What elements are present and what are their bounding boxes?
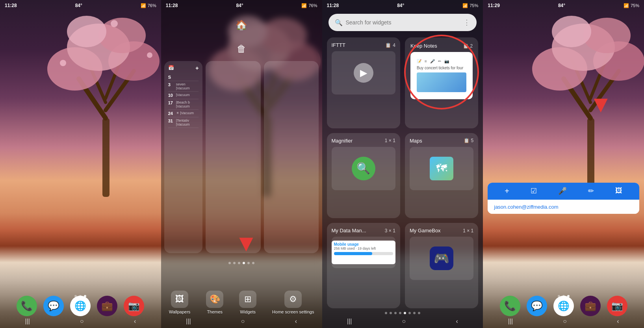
maps-name: Maps <box>410 138 422 144</box>
cal-row-3: 10 |Vacuum <box>168 92 199 99</box>
red-arrow-p2: ▼ <box>234 232 258 255</box>
gamebox-name: My GameBox <box>410 228 441 233</box>
right-widget-card[interactable] <box>264 61 319 253</box>
dock-messages-p1[interactable]: 💬 <box>43 296 64 316</box>
home-settings-label: Home screen settings <box>272 309 314 314</box>
check-icon-p4[interactable]: ☑ <box>531 187 537 196</box>
maps-header: Maps 📋5 <box>410 138 473 144</box>
nav-bar-p4: ||| ○ ‹ <box>483 317 644 326</box>
calendar-widget-card[interactable]: 📅 + S 3 seven |Vacuum 10 |Vacuum 17 <box>164 61 203 253</box>
magnifier-header: Magnifier 1 × 1 <box>332 138 395 144</box>
bottom-dock-p1: 📞 💬 🌐 💼 📷 <box>0 296 161 316</box>
maps-icon: 🗺 <box>430 157 453 180</box>
menu-home-settings[interactable]: ⚙ Home screen settings <box>272 291 314 314</box>
status-bar-p4: 11:29 84° 📶 75% <box>483 0 644 11</box>
gamebox-preview: 🎮 <box>410 237 473 280</box>
more-options-icon[interactable]: ⋮ <box>463 18 470 27</box>
nav-recent-p4[interactable]: ||| <box>508 318 513 325</box>
status-icons-p4: 📶 75% <box>624 3 639 8</box>
menu-widgets[interactable]: ⊞ Widgets <box>239 291 256 314</box>
dock-chrome-p1[interactable]: 🌐 <box>70 296 91 316</box>
magnifier-size: 1 × 1 <box>385 138 395 143</box>
panel-1-homescreen: 11:28 84° 📶 76% 📞 💬 🌐 💼 📷 ||| ○ ‹ <box>0 0 161 328</box>
add-icon-p4[interactable]: + <box>505 187 509 196</box>
dot-p3-3 <box>394 312 397 314</box>
email-display-p4: jason.cohen@ziffmedia.com <box>488 200 639 214</box>
home-settings-icon: ⚙ <box>284 291 302 308</box>
menu-themes[interactable]: 🎨 Themes <box>206 291 223 314</box>
nav-home-p4[interactable]: ○ <box>563 318 567 325</box>
home-icon-p2[interactable]: 🏠 <box>236 20 247 31</box>
signal-icon-p4: 📶 <box>624 3 629 8</box>
dock-slack-p4[interactable]: 💼 <box>580 296 601 316</box>
temp-p1: 84° <box>75 3 82 8</box>
widget-search-bar[interactable]: 🔍 ⋮ <box>328 14 477 31</box>
gamebox-icon: 🎮 <box>430 246 453 270</box>
maps-preview: 🗺 <box>410 147 473 190</box>
ifttt-preview: ▶ <box>332 51 395 95</box>
mic-icon-p4[interactable]: 🎤 <box>558 187 567 196</box>
nav-recent-p1[interactable]: ||| <box>25 318 30 325</box>
battery-p1: 76% <box>148 3 156 8</box>
nav-back-p4[interactable]: ‹ <box>617 318 619 325</box>
nav-home-p1[interactable]: ○ <box>80 318 84 325</box>
search-input[interactable] <box>346 19 460 26</box>
dot-p3-2 <box>390 312 392 314</box>
dock-phone-p1[interactable]: 📞 <box>17 296 37 316</box>
data-progress-bar <box>334 252 393 255</box>
widget-my-data-man[interactable]: My Data Man... 3 × 1 Mobile usage 256 MB… <box>327 223 400 308</box>
search-icon: 🔍 <box>335 19 343 26</box>
time-p3: 11:28 <box>327 3 339 8</box>
dock-messages-p4[interactable]: 💬 <box>527 296 547 316</box>
themes-label: Themes <box>207 309 223 314</box>
nav-back-p3[interactable]: ‹ <box>456 318 458 325</box>
dock-phone-p4[interactable]: 📞 <box>500 296 520 316</box>
dock-slack-p1[interactable]: 💼 <box>97 296 117 316</box>
dot-p2-2 <box>233 262 236 264</box>
status-bar-p3: 11:28 84° 📶 75% <box>322 0 483 11</box>
menu-wallpapers[interactable]: 🖼 Wallpapers <box>169 291 191 314</box>
page-dots-p2 <box>161 262 322 264</box>
dot-p3-5 <box>404 312 406 314</box>
panel-2-widget-picker: 11:28 84° 📶 76% 🏠 🗑 📅 + S 3 <box>161 0 322 328</box>
nav-recent-p2[interactable]: ||| <box>186 318 191 325</box>
my-data-man-header: My Data Man... 3 × 1 <box>332 228 395 233</box>
nav-recent-p3[interactable]: ||| <box>347 318 352 325</box>
nav-home-p3[interactable]: ○ <box>402 318 406 325</box>
dock-chrome-p4[interactable]: 🌐 <box>553 296 574 316</box>
widget-ifttt[interactable]: IFTTT 📋4 ▶ <box>327 37 400 128</box>
center-widget-card[interactable] <box>206 61 261 253</box>
dot-p3-6 <box>408 312 411 314</box>
image-icon-p4[interactable]: 🖼 <box>615 187 622 196</box>
signal-icon-p2: 📶 <box>301 3 307 8</box>
magnifier-preview: 🔍 <box>332 147 395 190</box>
nav-back-p1[interactable]: ‹ <box>134 318 136 325</box>
dot-p2-4 <box>243 262 245 264</box>
ifttt-badge: 📋4 <box>385 43 395 48</box>
nav-home-p2[interactable]: ○ <box>241 318 245 325</box>
cal-row-2: 3 seven |Vacuum <box>168 81 199 92</box>
my-data-man-preview: Mobile usage 256 MB used · 19 days left <box>332 237 395 268</box>
temp-p4: 84° <box>558 3 565 8</box>
nav-bar-p3: ||| ○ ‹ <box>322 317 483 326</box>
dock-screen-p1[interactable]: 📷 <box>124 296 144 316</box>
trash-icon-p2[interactable]: 🗑 <box>237 43 246 54</box>
ifttt-name: IFTTT <box>332 42 345 48</box>
dot-p2-5 <box>247 262 250 264</box>
widget-magnifier[interactable]: Magnifier 1 × 1 🔍 <box>327 133 400 219</box>
dock-screen-p4[interactable]: 📷 <box>607 296 627 316</box>
my-data-man-size: 3 × 1 <box>385 228 395 233</box>
time-p1: 11:28 <box>5 3 17 8</box>
data-progress-fill <box>334 252 373 255</box>
battery-p2: 76% <box>308 3 317 8</box>
keep-notes-widget-on-screen[interactable]: + ☑ 🎤 ✏ 🖼 jason.cohen@ziffmedia.com <box>488 183 639 214</box>
dot-p2-3 <box>238 262 240 264</box>
nav-back-p2[interactable]: ‹ <box>295 318 297 325</box>
widget-gamebox[interactable]: My GameBox 1 × 1 🎮 <box>405 223 478 308</box>
panel-3-widgets-search: 11:28 84° 📶 75% 🔍 ⋮ IFTTT 📋4 ▶ <box>322 0 483 328</box>
widget-maps[interactable]: Maps 📋5 🗺 <box>405 133 478 219</box>
pencil-icon-p4[interactable]: ✏ <box>588 187 594 196</box>
magnifier-icon: 🔍 <box>352 157 375 180</box>
panel-4-homescreen-widget: 11:29 84° 📶 75% ▼ + ☑ 🎤 ✏ 🖼 jason.cohen@… <box>483 0 644 328</box>
dot-p3-7 <box>413 312 416 314</box>
